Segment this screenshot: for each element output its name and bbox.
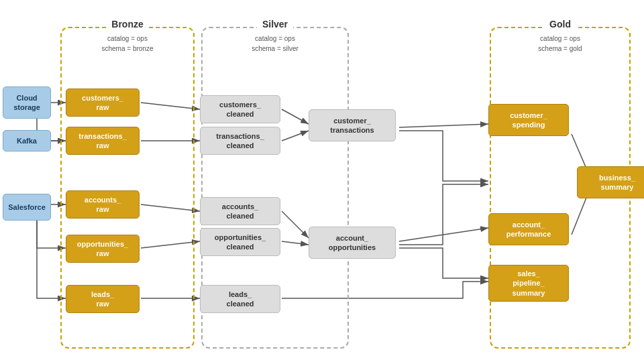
silver-leads-cleaned: leads_ cleaned [200, 285, 280, 313]
gold-business-summary: business_ summary [577, 166, 644, 198]
svg-line-13 [399, 124, 488, 127]
bronze-opportunities-raw: opportunities_ raw [66, 235, 140, 263]
diagram: Bronze catalog = ops schema = bronze Sil… [0, 0, 644, 362]
bronze-subtitle: catalog = ops schema = bronze [62, 34, 193, 54]
gold-title: Gold [544, 19, 576, 29]
silver-opportunities-cleaned: opportunities_ cleaned [200, 228, 280, 256]
gold-account-performance: account_ performance [488, 213, 569, 245]
bronze-leads-raw: leads_ raw [66, 285, 140, 313]
silver-accounts-cleaned: accounts_ cleaned [200, 197, 280, 225]
silver-subtitle: catalog = ops schema = silver [203, 34, 347, 54]
bronze-title: Bronze [106, 19, 148, 29]
source-kafka: Kafka [3, 130, 51, 152]
gold-subtitle: catalog = ops schema = gold [491, 34, 629, 54]
source-cloud-storage: Cloud storage [3, 86, 51, 119]
bronze-transactions-raw: transactions_ raw [66, 127, 140, 155]
silver-account-opportunities: account_ opportunities [309, 227, 396, 259]
gold-customer-spending: customer_ spending [488, 104, 569, 136]
bronze-accounts-raw: accounts_ raw [66, 190, 140, 219]
silver-customers-cleaned: customers_ cleaned [200, 95, 280, 123]
svg-line-14 [399, 228, 488, 241]
bronze-customers-raw: customers_ raw [66, 88, 140, 117]
silver-customer-transactions: customer_ transactions [309, 109, 396, 141]
gold-sales-pipeline-summary: sales_ pipeline_ summary [488, 265, 569, 302]
silver-title: Silver [257, 19, 293, 29]
silver-transactions-cleaned: transactions_ cleaned [200, 127, 280, 155]
source-salesforce: Salesforce [3, 194, 51, 221]
